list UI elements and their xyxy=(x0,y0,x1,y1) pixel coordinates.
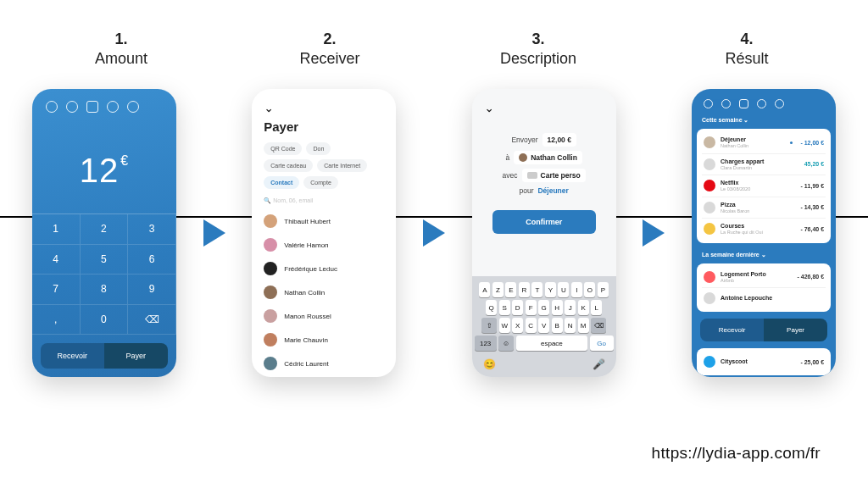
contact-item[interactable]: Nathan Collin xyxy=(264,280,384,304)
value-description[interactable]: Déjeuner xyxy=(537,186,568,195)
key-8[interactable]: 8 xyxy=(81,274,129,305)
value-amount[interactable]: 12,00 € xyxy=(542,133,576,147)
nav-icon-2[interactable] xyxy=(66,101,78,113)
value-recipient[interactable]: Nathan Collin xyxy=(514,151,582,164)
key-3[interactable]: 3 xyxy=(128,214,176,245)
key-F[interactable]: F xyxy=(526,300,537,315)
contact-item[interactable]: Marie Chauvin xyxy=(264,328,384,352)
key-N[interactable]: N xyxy=(565,318,576,333)
key-X[interactable]: X xyxy=(512,318,523,333)
key-W[interactable]: W xyxy=(499,318,510,333)
search-input[interactable]: 🔍 Nom, 06, email xyxy=(264,197,384,204)
chevron-down-icon[interactable]: ⌄ xyxy=(761,252,766,258)
emoji-icon[interactable]: 😊 xyxy=(483,358,496,370)
key-Z[interactable]: Z xyxy=(492,282,504,297)
receive-button[interactable]: Recevoir xyxy=(41,343,104,369)
chip-carte-cadeau[interactable]: Carte cadeau xyxy=(264,159,313,172)
transaction-row[interactable]: Charges appartClara Dumartin45,20 € xyxy=(702,154,826,176)
back-chevron-icon[interactable]: ⌃ xyxy=(264,101,274,114)
chip-carte-internet[interactable]: Carte Internet xyxy=(317,159,367,172)
nav-icon-4[interactable] xyxy=(107,101,119,113)
key-M[interactable]: M xyxy=(578,318,589,333)
key-A[interactable]: A xyxy=(479,282,490,297)
key-0[interactable]: 0 xyxy=(81,305,129,336)
avatar-icon xyxy=(264,357,277,370)
key-⌫[interactable]: ⌫ xyxy=(128,305,176,336)
pay-button[interactable]: Payer xyxy=(104,343,168,369)
chevron-down-icon[interactable]: ⌄ xyxy=(743,117,748,123)
nav-icon-5[interactable] xyxy=(127,101,139,113)
transaction-row[interactable]: PizzaNicolas Baron- 14,30 € xyxy=(702,197,826,219)
key-,[interactable]: , xyxy=(32,305,81,336)
transaction-row[interactable]: NetflixLe 03/08/2020- 11,99 € xyxy=(702,175,826,197)
contact-item[interactable]: Frédérique Leduc xyxy=(264,257,384,280)
key-space[interactable]: espace xyxy=(516,336,588,351)
contact-item[interactable]: Cédric Laurent xyxy=(264,352,384,375)
screen-result: Cette semaine ⌄ DéjeunerNathan Collin- 1… xyxy=(692,89,836,377)
key-P[interactable]: P xyxy=(598,282,609,297)
key-K[interactable]: K xyxy=(578,300,589,315)
key-I[interactable]: I xyxy=(571,282,582,297)
confirm-button[interactable]: Confirmer xyxy=(492,210,596,234)
receive-button[interactable]: Recevoir xyxy=(700,319,764,341)
key-L[interactable]: L xyxy=(591,300,602,315)
nav-icon-1[interactable] xyxy=(46,101,58,113)
key-1[interactable]: 1 xyxy=(32,214,81,245)
transaction-row[interactable]: Antoine Lepouche xyxy=(702,288,826,308)
key-U[interactable]: U xyxy=(558,282,569,297)
key-2[interactable]: 2 xyxy=(81,214,129,245)
key-D[interactable]: D xyxy=(512,300,523,315)
nav-icon-3[interactable] xyxy=(86,101,98,113)
key-R[interactable]: R xyxy=(519,282,530,297)
value-card[interactable]: Carte perso xyxy=(522,169,586,182)
key-9[interactable]: 9 xyxy=(128,274,176,305)
merchant-icon xyxy=(704,202,715,214)
key-6[interactable]: 6 xyxy=(128,245,176,275)
chip-compte[interactable]: Compte xyxy=(303,176,338,189)
avatar-icon xyxy=(264,262,277,275)
step-4-num: 4. xyxy=(662,30,832,48)
transaction-row[interactable]: DéjeunerNathan Collin- 12,00 € xyxy=(702,132,826,154)
key-O[interactable]: O xyxy=(584,282,595,297)
key-B[interactable]: B xyxy=(552,318,563,333)
key-5[interactable]: 5 xyxy=(81,245,129,275)
key-S[interactable]: S xyxy=(499,300,510,315)
nav-icon-4[interactable] xyxy=(757,99,766,108)
key-Q[interactable]: Q xyxy=(486,300,497,315)
key-G[interactable]: G xyxy=(538,300,549,315)
key-V[interactable]: V xyxy=(538,318,549,333)
back-chevron-icon[interactable]: ⌃ xyxy=(484,101,494,114)
key-⌫[interactable]: ⌫ xyxy=(591,318,606,333)
key-go[interactable]: Go xyxy=(590,336,614,351)
contact-item[interactable]: Valérie Hamon xyxy=(264,233,384,257)
key-⇧[interactable]: ⇧ xyxy=(481,318,497,333)
key-4[interactable]: 4 xyxy=(32,245,81,275)
chip-qr-code[interactable]: QR Code xyxy=(264,142,302,155)
chip-don[interactable]: Don xyxy=(306,142,331,155)
key-123[interactable]: 123 xyxy=(475,336,497,351)
nav-icon-5[interactable] xyxy=(775,99,784,108)
nav-icon-3[interactable] xyxy=(739,99,748,108)
contact-item[interactable]: Thibault Hubert xyxy=(264,209,384,233)
key-H[interactable]: H xyxy=(552,300,563,315)
transaction-row[interactable]: Cityscoot- 25,00 € xyxy=(702,352,826,372)
contact-list: Thibault HubertValérie HamonFrédérique L… xyxy=(264,209,384,375)
mic-icon[interactable]: 🎤 xyxy=(593,358,605,370)
tx-name: Courses xyxy=(721,223,795,229)
chip-contact[interactable]: Contact xyxy=(264,176,299,189)
nav-icon-1[interactable] xyxy=(704,99,713,108)
payment-summary: Envoyer12,00 € àNathan Collin avecCarte … xyxy=(484,133,604,195)
key-E[interactable]: E xyxy=(505,282,516,297)
key-7[interactable]: 7 xyxy=(32,274,81,305)
key-emoji[interactable]: ☺ xyxy=(498,336,514,351)
transaction-row[interactable]: CoursesLa Ruche qui dit Oui- 76,40 € xyxy=(702,219,826,240)
transaction-row[interactable]: Logement PortoAirbnb- 426,80 € xyxy=(702,267,826,289)
key-T[interactable]: T xyxy=(531,282,542,297)
contact-item[interactable]: Manon Roussel xyxy=(264,304,384,328)
nav-icon-2[interactable] xyxy=(721,99,731,108)
key-C[interactable]: C xyxy=(526,318,537,333)
key-J[interactable]: J xyxy=(565,300,576,315)
pay-button[interactable]: Payer xyxy=(764,319,827,341)
key-Y[interactable]: Y xyxy=(545,282,556,297)
avatar-icon xyxy=(264,333,277,347)
